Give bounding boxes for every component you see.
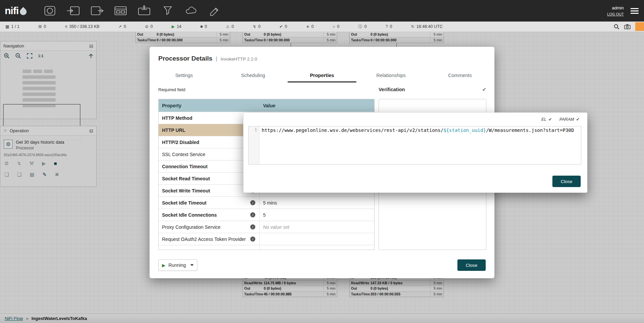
- status-value: 0: [150, 24, 153, 29]
- new-input-port-icon[interactable]: [66, 5, 81, 17]
- property-value-editor: EL ✔ PARAM ✔ 1 https://www.pegelonline.w…: [243, 112, 587, 193]
- verification-label: Verification: [379, 87, 405, 92]
- sync-failure-icon: ?: [386, 25, 388, 29]
- new-template-cloud-icon[interactable]: [184, 5, 199, 17]
- property-name: SSL Context Service: [162, 152, 216, 157]
- dialog-title-divider: |: [216, 56, 217, 62]
- property-name: Socket Read Timeout: [162, 176, 220, 181]
- status-process-groups: ⊞0: [38, 24, 46, 29]
- status-invalid: ⚠0: [226, 24, 234, 29]
- el-supported-hint: EL ✔: [541, 117, 552, 122]
- status-value: 0: [205, 24, 207, 29]
- column-property: Property: [159, 103, 260, 108]
- property-row-socket-idle-connections[interactable]: Socket Idle Connectionsi 5: [159, 209, 374, 221]
- new-output-port-icon[interactable]: [89, 5, 105, 17]
- property-row-clipped: [159, 245, 374, 250]
- tab-comments[interactable]: Comments: [425, 68, 494, 82]
- new-remote-process-group-icon[interactable]: [136, 5, 152, 17]
- stopped-icon: ■: [200, 25, 203, 29]
- up-to-date-icon: ✔: [279, 25, 283, 29]
- dialog-subtitle: InvokeHTTP 2.2.0: [221, 57, 257, 62]
- queued-icon: ≡: [65, 25, 67, 29]
- run-state-button[interactable]: ▶ Running: [158, 259, 197, 271]
- locally-modified-stale-icon: ⓘ: [358, 25, 362, 29]
- verification-check-icon[interactable]: ✔: [482, 86, 486, 93]
- status-value: 0: [124, 24, 126, 29]
- disabled-icon: ↯: [253, 25, 256, 29]
- droplet-icon: [19, 7, 28, 16]
- property-name: HTTP URL: [162, 128, 195, 133]
- status-value: 0: [44, 24, 46, 29]
- property-row-proxy-configuration-service[interactable]: Proxy Configuration Servicei No value se…: [159, 221, 374, 233]
- new-process-group-icon[interactable]: [113, 5, 128, 17]
- el-check-icon: ✔: [549, 117, 552, 122]
- new-funnel-icon[interactable]: [160, 5, 175, 17]
- status-disabled: ↯0: [253, 24, 260, 29]
- status-stale: ○0: [333, 24, 340, 29]
- running-play-icon: ▶: [162, 263, 165, 268]
- line-number: 1: [249, 127, 259, 164]
- tab-settings[interactable]: Settings: [150, 68, 219, 82]
- status-bar: ▦1 / 1 ⊞0 ≡350 / 336.13 KB ↗0 ⊘0 ▶14 ■0 …: [0, 22, 644, 32]
- editor-close-button[interactable]: Close: [552, 176, 581, 187]
- status-value: 0: [285, 24, 287, 29]
- property-row-socket-idle-timeout[interactable]: Socket Idle Timeouti 5 mins: [159, 196, 374, 209]
- status-value: 0: [337, 24, 340, 29]
- properties-table-header: Property Value: [159, 99, 374, 112]
- expression-close: }: [483, 128, 486, 133]
- brand-text: nifi: [5, 5, 19, 16]
- property-name: Connection Timeout: [162, 164, 218, 169]
- status-queued: ≡350 / 336.13 KB: [65, 24, 100, 29]
- status-value: 1 / 1: [11, 24, 19, 29]
- nifi-logo: nifi: [0, 5, 27, 16]
- chevron-down-icon: [190, 264, 194, 266]
- property-row-oauth2-token-provider[interactable]: Request OAuth2 Access Token Provideri: [159, 233, 374, 245]
- info-icon[interactable]: i: [250, 200, 255, 205]
- camera-icon[interactable]: [624, 24, 631, 29]
- status-stopped: ■0: [200, 24, 207, 29]
- property-name: Proxy Configuration Service: [162, 224, 231, 230]
- new-label-icon[interactable]: [207, 5, 223, 17]
- status-sync-failure: ?0: [386, 24, 392, 29]
- refresh-icon[interactable]: ↻: [411, 25, 414, 29]
- status-value: 16:46:40 UTC: [416, 24, 443, 29]
- dialog-title: Processor Details | InvokeHTTP 2.2.0: [158, 55, 257, 62]
- transmitting-icon: ↗: [118, 25, 122, 29]
- property-name: Socket Write Timeout: [162, 188, 220, 193]
- app-header: nifi admin LOG OUT: [0, 0, 644, 22]
- tab-properties[interactable]: Properties: [288, 68, 357, 82]
- status-value: 14: [177, 24, 182, 29]
- column-value: Value: [260, 103, 374, 108]
- status-value: 0: [312, 24, 314, 29]
- el-label: EL: [541, 117, 546, 122]
- process-group-icon: ⊞: [38, 25, 42, 29]
- status-last-refresh[interactable]: ↻16:46:40 UTC: [411, 24, 443, 29]
- status-up-to-date: ✔0: [279, 24, 287, 29]
- new-processor-icon[interactable]: [42, 5, 58, 17]
- value-text[interactable]: https://www.pegelonline.wsv.de/webservic…: [259, 127, 581, 164]
- status-value: 350 / 336.13 KB: [69, 24, 100, 29]
- property-value[interactable]: 5 mins: [263, 200, 277, 206]
- status-value: 0: [232, 24, 234, 29]
- property-name: HTTP Method: [162, 115, 202, 121]
- param-label: PARAM: [559, 117, 574, 122]
- tab-relationships[interactable]: Relationships: [356, 68, 425, 82]
- value-code-editor[interactable]: 1 https://www.pegelonline.wsv.de/webserv…: [248, 126, 581, 165]
- status-not-transmitting: ⊘0: [145, 24, 153, 29]
- status-value: 0: [364, 24, 367, 29]
- bulletin-indicator: [635, 22, 644, 31]
- info-icon[interactable]: i: [250, 224, 255, 229]
- search-icon[interactable]: [614, 24, 619, 30]
- dialog-tabs: Settings Scheduling Properties Relations…: [150, 68, 494, 82]
- property-name: Request OAuth2 Access Token Provider: [162, 237, 256, 242]
- dialog-close-button[interactable]: Close: [457, 259, 486, 271]
- logout-link[interactable]: LOG OUT: [607, 12, 624, 16]
- status-value: 0: [258, 24, 261, 29]
- info-icon[interactable]: i: [250, 237, 255, 242]
- info-icon[interactable]: i: [250, 212, 255, 217]
- global-menu-icon[interactable]: [631, 7, 639, 15]
- property-value[interactable]: 5: [263, 212, 266, 218]
- stale-icon: ○: [333, 25, 335, 29]
- property-value[interactable]: No value set: [263, 224, 289, 230]
- tab-scheduling[interactable]: Scheduling: [219, 68, 288, 82]
